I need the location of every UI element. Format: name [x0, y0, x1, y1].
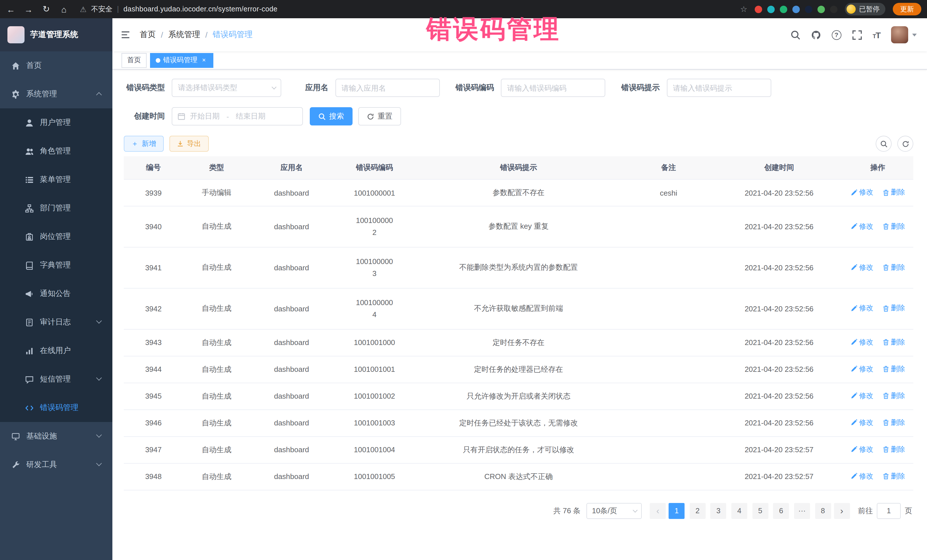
sidebar-item[interactable]: 菜单管理	[0, 165, 112, 194]
edit-button[interactable]: 修改	[851, 445, 873, 454]
date-range-picker[interactable]: 开始日期 - 结束日期	[172, 107, 303, 126]
url-text[interactable]: dashboard.yudao.iocoder.cn/system/error-…	[123, 5, 278, 13]
fullscreen-icon[interactable]	[852, 30, 862, 39]
address-bar[interactable]: ⚠ 不安全 | dashboard.yudao.iocoder.cn/syste…	[80, 4, 733, 14]
bookmark-star-icon[interactable]: ☆	[740, 5, 747, 14]
delete-button[interactable]: 删除	[882, 188, 905, 197]
next-page-button[interactable]	[834, 503, 850, 519]
edit-button[interactable]: 修改	[851, 391, 873, 401]
sidebar-item[interactable]: 部门管理	[0, 194, 112, 222]
error-type-select[interactable]: 请选择错误码类型	[172, 79, 281, 97]
green-check-extension-icon[interactable]	[780, 5, 787, 13]
edit-button[interactable]: 修改	[851, 338, 873, 347]
edit-button[interactable]: 修改	[851, 263, 873, 272]
sidebar-item[interactable]: 首页	[0, 51, 112, 80]
dark-paw-extension-icon[interactable]	[830, 5, 837, 13]
cell-app: dashboard	[250, 410, 333, 436]
page-button[interactable]: 2	[690, 503, 706, 519]
error-code-input[interactable]	[501, 79, 605, 97]
sidebar-item[interactable]: 系统管理	[0, 80, 112, 108]
badge-icon	[25, 232, 33, 241]
user-menu[interactable]	[891, 26, 917, 43]
add-button[interactable]: ＋ 新增	[124, 136, 163, 152]
close-icon[interactable]	[200, 56, 208, 64]
delete-button[interactable]: 删除	[882, 338, 905, 347]
delete-button[interactable]: 删除	[882, 445, 905, 454]
prev-page-button[interactable]	[650, 503, 666, 519]
sidebar-item[interactable]: 基础设施	[0, 422, 112, 451]
page-button[interactable]: 6	[773, 503, 789, 519]
home-icon	[11, 61, 20, 70]
sidebar-item[interactable]: 审计日志	[0, 308, 112, 337]
font-size-icon[interactable]: TT	[872, 30, 880, 39]
app-title: 芋道管理系统	[30, 30, 78, 40]
home-icon[interactable]: ⌂	[59, 4, 69, 14]
sidebar-item[interactable]: 用户管理	[0, 108, 112, 137]
export-button[interactable]: 导出	[169, 136, 208, 152]
page-size-select[interactable]: 10条/页	[586, 503, 641, 519]
sidebar-item[interactable]: 字典管理	[0, 251, 112, 279]
search-icon	[880, 140, 887, 147]
dark-on-extension-icon[interactable]	[805, 5, 812, 13]
cell-ops: 修改 删除	[842, 436, 913, 463]
page-button[interactable]: 5	[752, 503, 768, 519]
delete-button[interactable]: 删除	[882, 263, 905, 272]
refresh-table-button[interactable]	[897, 136, 913, 152]
app-logo[interactable]: 芋道管理系统	[0, 18, 112, 51]
table-row: 3945 自动生成 dashboard 1001001002 只允许修改为开启或…	[124, 382, 913, 410]
cell-app: dashboard	[250, 288, 333, 329]
reload-icon[interactable]: ↻	[41, 4, 51, 14]
toggle-search-button[interactable]	[876, 136, 892, 152]
sidebar-item[interactable]: 角色管理	[0, 137, 112, 165]
blue-grid-extension-icon[interactable]	[792, 5, 800, 13]
edit-button[interactable]: 修改	[851, 188, 873, 197]
teal-extension-icon[interactable]	[767, 5, 775, 13]
edit-button[interactable]: 修改	[851, 364, 873, 374]
edit-button[interactable]: 修改	[851, 304, 873, 313]
delete-button[interactable]: 删除	[882, 304, 905, 313]
breadcrumb-home[interactable]: 首页	[140, 30, 156, 40]
cell-remark	[621, 410, 716, 436]
page-button[interactable]: 8	[815, 503, 831, 519]
edit-button[interactable]: 修改	[851, 222, 873, 231]
search-button[interactable]: 搜索	[310, 107, 353, 126]
page-button[interactable]: 4	[731, 503, 747, 519]
sidebar-item[interactable]: 岗位管理	[0, 222, 112, 251]
edit-button[interactable]: 修改	[851, 418, 873, 428]
delete-button[interactable]: 删除	[882, 418, 905, 428]
back-icon[interactable]: ←	[6, 4, 16, 14]
reset-button[interactable]: 重置	[358, 107, 401, 126]
sidebar-item[interactable]: 错误码管理	[0, 393, 112, 422]
github-icon[interactable]	[811, 30, 821, 39]
help-icon[interactable]: ?	[831, 30, 841, 39]
tab-tag[interactable]: 错误码管理	[150, 53, 213, 68]
update-button[interactable]: 更新	[893, 3, 921, 15]
breadcrumb-section[interactable]: 系统管理	[168, 30, 200, 40]
error-hint-input[interactable]	[667, 79, 771, 97]
cell-hint: 只允许修改为开启或者关闭状态	[416, 382, 621, 410]
page-button[interactable]: 3	[711, 503, 726, 519]
paused-badge[interactable]: 已暂停	[845, 3, 885, 15]
sidebar-item[interactable]: 研发工具	[0, 451, 112, 479]
app-name-input[interactable]	[335, 79, 439, 97]
edit-button[interactable]: 修改	[851, 472, 873, 481]
table-header-row: 编号 类型 应用名 错误码编码 错误码提示 备注 创建时间 操作	[124, 156, 913, 179]
page-button[interactable]: 1	[669, 503, 685, 519]
hamburger-icon[interactable]	[120, 30, 131, 40]
forward-icon[interactable]: →	[23, 4, 33, 14]
delete-button[interactable]: 删除	[882, 222, 905, 231]
search-icon[interactable]	[790, 30, 800, 39]
green-leaf-extension-icon[interactable]	[818, 5, 825, 13]
page-button[interactable]: ···	[794, 503, 810, 519]
delete-button[interactable]: 删除	[882, 472, 905, 481]
sidebar-item[interactable]: 通知公告	[0, 279, 112, 308]
delete-button[interactable]: 删除	[882, 391, 905, 401]
goto-page-input[interactable]	[877, 503, 901, 519]
sidebar-item[interactable]: 在线用户	[0, 337, 112, 365]
table-row: 3946 自动生成 dashboard 1001001003 定时任务已经处于该…	[124, 410, 913, 436]
sidebar-item[interactable]: 短信管理	[0, 365, 112, 393]
tab-tag[interactable]: 首页	[122, 53, 147, 68]
red-extension-icon[interactable]	[755, 5, 762, 13]
col-ops: 操作	[842, 156, 913, 179]
delete-button[interactable]: 删除	[882, 364, 905, 374]
